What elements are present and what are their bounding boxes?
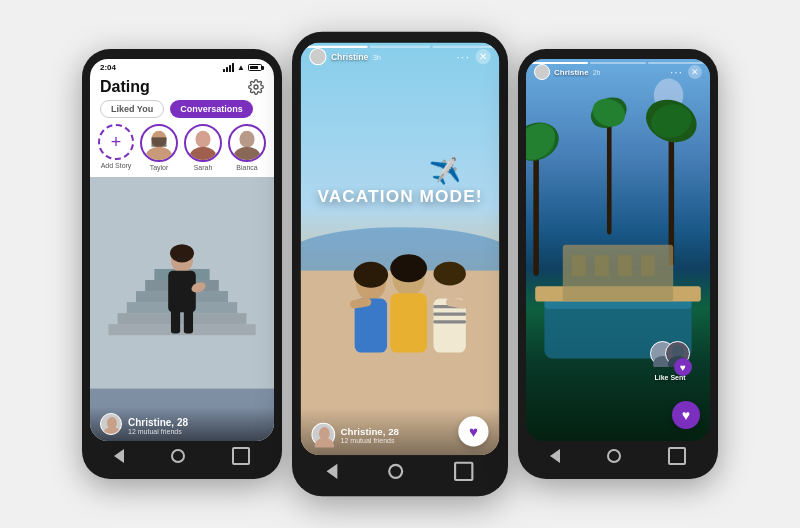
svg-rect-39 <box>433 320 465 323</box>
beach-background: VACATION MODE! ✈️ <box>301 43 500 456</box>
svg-rect-53 <box>607 111 612 235</box>
home-nav-2[interactable] <box>388 464 403 479</box>
svg-point-16 <box>170 244 194 262</box>
status-bar-1: 2:04 ▲ <box>90 59 274 74</box>
story-person-avatar-2 <box>311 423 335 447</box>
back-nav-3[interactable] <box>550 449 560 463</box>
phone-1-wrapper: 2:04 ▲ <box>82 49 282 479</box>
recent-nav-1[interactable] <box>232 447 250 465</box>
svg-rect-33 <box>390 293 427 352</box>
back-nav-2[interactable] <box>326 464 337 479</box>
main-profile-card[interactable]: Christine, 28 12 mutual friends <box>90 177 274 441</box>
svg-point-7 <box>234 147 260 161</box>
svg-point-21 <box>177 257 180 260</box>
phone-2-wrapper: VACATION MODE! ✈️ Christine 3h <box>292 32 508 496</box>
bianca-label: Bianca <box>236 164 257 171</box>
phone-3-screen: Christine 2h ··· ✕ <box>526 59 710 441</box>
add-story-item[interactable]: + Add Story <box>98 124 134 171</box>
add-story-button[interactable]: + <box>98 124 134 160</box>
status-time-1: 2:04 <box>100 63 116 72</box>
story-actions-3: ··· ✕ <box>670 65 702 79</box>
sarah-label: Sarah <box>194 164 213 171</box>
phone-2-screen: VACATION MODE! ✈️ Christine 3h <box>301 43 500 456</box>
svg-rect-3 <box>151 137 166 146</box>
like-sent-overlay: ♥ Like Sent <box>650 341 690 381</box>
home-nav-3[interactable] <box>607 449 621 463</box>
svg-point-32 <box>390 254 427 282</box>
add-story-label: Add Story <box>101 162 132 169</box>
phone-1-screen: 2:04 ▲ <box>90 59 274 441</box>
story-top-bar-3: Christine 2h ··· ✕ <box>526 59 710 83</box>
story-screen-2: Christine 2h ··· ✕ <box>526 59 710 441</box>
heart-button-2[interactable]: ♥ <box>458 416 488 446</box>
phone-1: 2:04 ▲ <box>82 49 282 479</box>
story-user-info-3: Christine 2h <box>534 64 600 80</box>
card-person-info: Christine, 28 12 mutual friends <box>128 417 264 435</box>
svg-rect-61 <box>595 255 609 276</box>
card-mutual-friends: 12 mutual friends <box>128 428 264 435</box>
card-person-name: Christine, 28 <box>128 417 264 428</box>
story-bianca[interactable]: Bianca <box>228 124 266 171</box>
svg-rect-63 <box>641 255 655 276</box>
phone-3-nav <box>526 441 710 469</box>
signal-bars <box>223 63 234 72</box>
phone-2-nav <box>301 455 500 485</box>
story-person-info-2: Christine, 28 12 mutual friends <box>311 423 399 447</box>
back-nav-1[interactable] <box>114 449 124 463</box>
svg-point-2 <box>146 147 172 161</box>
svg-rect-19 <box>184 306 193 334</box>
story-sarah[interactable]: Sarah <box>184 124 222 171</box>
phone-1-nav <box>90 441 274 469</box>
phone-3: Christine 2h ··· ✕ <box>518 49 718 479</box>
story-time-2: 3h <box>373 53 381 61</box>
recent-nav-2[interactable] <box>454 462 473 481</box>
story-username-2: Christine <box>331 52 368 62</box>
svg-rect-18 <box>171 306 180 334</box>
svg-rect-10 <box>118 313 247 324</box>
svg-point-35 <box>433 262 465 286</box>
story-top-bar-2: Christine 3h ··· ✕ <box>301 43 500 69</box>
story-card-name-2: Christine, 28 <box>341 425 399 436</box>
svg-point-22 <box>184 257 187 260</box>
card-profile-avatar <box>100 413 122 435</box>
dating-header: Dating <box>90 74 274 100</box>
svg-point-6 <box>239 131 254 148</box>
story-more-icon[interactable]: ··· <box>456 49 470 64</box>
story-more-icon-3[interactable]: ··· <box>670 65 683 79</box>
story-close-button-3[interactable]: ✕ <box>688 65 702 79</box>
svg-point-5 <box>190 147 216 161</box>
svg-rect-9 <box>108 324 255 335</box>
vacation-text: VACATION MODE! <box>317 187 482 206</box>
phone-3-wrapper: Christine 2h ··· ✕ <box>518 49 718 479</box>
dating-title: Dating <box>100 78 150 96</box>
svg-rect-62 <box>618 255 632 276</box>
story-user-avatar-2 <box>309 48 326 65</box>
plane-emoji: ✈️ <box>428 156 462 189</box>
story-time-3: 2h <box>593 69 601 76</box>
heart-icon-2: ♥ <box>469 423 478 440</box>
heart-sent-area: ♥ <box>672 401 700 429</box>
story-screen-1: VACATION MODE! ✈️ Christine 3h <box>301 43 500 456</box>
liked-you-tab[interactable]: Liked You <box>100 100 164 118</box>
conversations-tab[interactable]: Conversations <box>170 100 253 118</box>
story-actions-2: ··· ✕ <box>456 49 491 64</box>
story-close-button[interactable]: ✕ <box>476 49 491 64</box>
wifi-icon: ▲ <box>237 63 245 72</box>
svg-rect-17 <box>168 271 196 312</box>
svg-rect-50 <box>669 121 675 266</box>
story-user-avatar-3 <box>534 64 550 80</box>
heart-button-3[interactable]: ♥ <box>672 401 700 429</box>
svg-rect-60 <box>572 255 586 276</box>
story-person-text-2: Christine, 28 12 mutual friends <box>341 425 399 443</box>
svg-point-43 <box>315 438 334 448</box>
svg-rect-38 <box>433 313 465 316</box>
tab-row: Liked You Conversations <box>90 100 274 124</box>
story-taylor[interactable]: Taylor <box>140 124 178 171</box>
story-mutual-2: 12 mutual friends <box>341 436 399 444</box>
phone-2: VACATION MODE! ✈️ Christine 3h <box>292 32 508 496</box>
svg-point-29 <box>354 262 389 288</box>
home-nav-1[interactable] <box>171 449 185 463</box>
gear-icon[interactable] <box>248 79 264 95</box>
recent-nav-3[interactable] <box>668 447 686 465</box>
story-username-3: Christine <box>554 68 589 77</box>
